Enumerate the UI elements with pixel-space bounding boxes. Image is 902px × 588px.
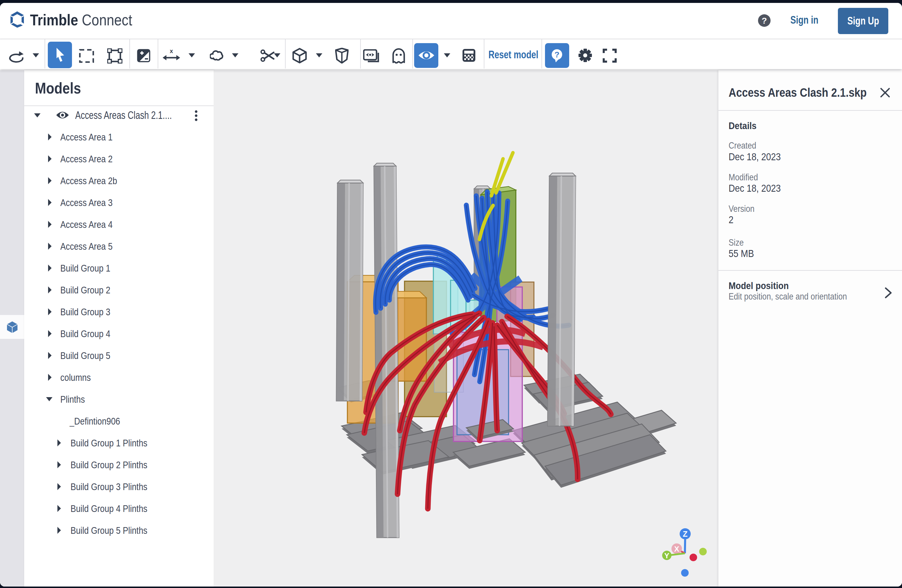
svg-text:x: x [170, 49, 173, 54]
svg-text:X: X [674, 544, 679, 553]
svg-text:?: ? [554, 50, 559, 59]
svg-text:Y: Y [664, 551, 669, 560]
svg-text:Z: Z [683, 530, 688, 538]
